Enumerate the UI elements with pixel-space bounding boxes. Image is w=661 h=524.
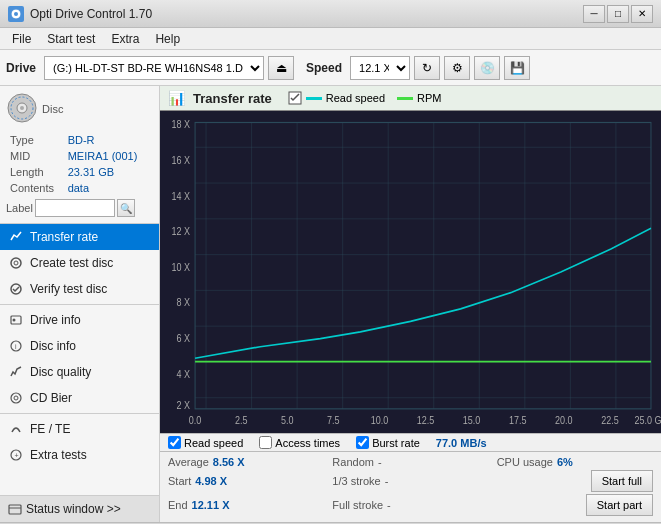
svg-text:4 X: 4 X bbox=[177, 368, 191, 380]
nav-drive-info[interactable]: Drive info bbox=[0, 307, 159, 333]
nav-section: Transfer rate Create test disc Verify te… bbox=[0, 224, 159, 495]
minimize-button[interactable]: ─ bbox=[583, 5, 605, 23]
left-panel: Disc Type BD-R MID MEIRA1 (001) Length 2… bbox=[0, 86, 160, 522]
disc-info-icon: i bbox=[8, 338, 24, 354]
start-part-button[interactable]: Start part bbox=[586, 494, 653, 516]
svg-point-10 bbox=[13, 319, 16, 322]
full-stroke-value: - bbox=[387, 499, 391, 511]
svg-rect-21 bbox=[195, 123, 651, 409]
type-label: Type bbox=[8, 133, 64, 147]
start-value: 4.98 X bbox=[195, 475, 227, 487]
svg-point-1 bbox=[14, 12, 18, 16]
nav-transfer-rate[interactable]: Transfer rate bbox=[0, 224, 159, 250]
media-button[interactable]: 💿 bbox=[474, 56, 500, 80]
stats-area: Average 8.56 X Random - CPU usage 6% Sta… bbox=[160, 451, 661, 522]
toolbar: Drive (G:) HL-DT-ST BD-RE WH16NS48 1.D3 … bbox=[0, 50, 661, 86]
app-icon bbox=[8, 6, 24, 22]
read-speed-checkbox[interactable] bbox=[168, 436, 181, 449]
start-full-button[interactable]: Start full bbox=[591, 470, 653, 492]
refresh-button[interactable]: ↻ bbox=[414, 56, 440, 80]
random-label: Random bbox=[332, 456, 374, 468]
burst-rate-checkbox-label[interactable]: Burst rate bbox=[356, 436, 420, 449]
maximize-button[interactable]: □ bbox=[607, 5, 629, 23]
label-input[interactable] bbox=[35, 199, 115, 217]
start-label: Start bbox=[168, 475, 191, 487]
extra-tests-icon: + bbox=[8, 447, 24, 463]
end-value: 12.11 X bbox=[192, 499, 230, 511]
close-button[interactable]: ✕ bbox=[631, 5, 653, 23]
disc-section: Disc Type BD-R MID MEIRA1 (001) Length 2… bbox=[0, 86, 159, 224]
svg-text:5.0: 5.0 bbox=[281, 414, 294, 426]
save-button[interactable]: 💾 bbox=[504, 56, 530, 80]
nav-disc-info[interactable]: i Disc info bbox=[0, 333, 159, 359]
settings-button[interactable]: ⚙ bbox=[444, 56, 470, 80]
svg-text:12 X: 12 X bbox=[172, 226, 191, 238]
cpu-usage-value: 6% bbox=[557, 456, 573, 468]
nav-cd-bier[interactable]: CD Bier bbox=[0, 385, 159, 411]
svg-text:10.0: 10.0 bbox=[371, 414, 389, 426]
average-label: Average bbox=[168, 456, 209, 468]
nav-disc-quality[interactable]: Disc quality bbox=[0, 359, 159, 385]
burst-rate-value: 77.0 MB/s bbox=[436, 437, 487, 449]
label-search-button[interactable]: 🔍 bbox=[117, 199, 135, 217]
right-panel: 📊 Transfer rate Read speed RPM bbox=[160, 86, 661, 522]
checkbox-row: Read speed Access times Burst rate 77.0 … bbox=[160, 433, 661, 451]
svg-text:8 X: 8 X bbox=[177, 297, 191, 309]
svg-text:7.5: 7.5 bbox=[327, 414, 340, 426]
nav-extra-tests[interactable]: + Extra tests bbox=[0, 442, 159, 468]
svg-text:16 X: 16 X bbox=[172, 154, 191, 166]
svg-text:22.5: 22.5 bbox=[601, 414, 619, 426]
menu-file[interactable]: File bbox=[4, 30, 39, 48]
svg-text:12.5: 12.5 bbox=[417, 414, 435, 426]
disc-info-table: Type BD-R MID MEIRA1 (001) Length 23.31 … bbox=[6, 131, 153, 197]
fe-te-icon bbox=[8, 421, 24, 437]
average-value: 8.56 X bbox=[213, 456, 245, 468]
drive-select[interactable]: (G:) HL-DT-ST BD-RE WH16NS48 1.D3 bbox=[44, 56, 264, 80]
svg-text:2.5: 2.5 bbox=[235, 414, 248, 426]
access-times-checkbox-label[interactable]: Access times bbox=[259, 436, 340, 449]
length-label: Length bbox=[8, 165, 64, 179]
svg-text:+: + bbox=[15, 452, 19, 459]
nav-verify-test-disc[interactable]: Verify test disc bbox=[0, 276, 159, 302]
contents-value: data bbox=[66, 181, 151, 195]
chart-title: Transfer rate bbox=[193, 91, 272, 106]
speed-select[interactable]: 12.1 X bbox=[350, 56, 410, 80]
type-value: BD-R bbox=[66, 133, 151, 147]
svg-text:0.0: 0.0 bbox=[189, 414, 202, 426]
menu-bar: File Start test Extra Help bbox=[0, 28, 661, 50]
svg-rect-17 bbox=[9, 505, 21, 514]
status-window-icon bbox=[8, 502, 22, 516]
svg-text:15.0: 15.0 bbox=[463, 414, 481, 426]
svg-text:18 X: 18 X bbox=[172, 119, 191, 131]
svg-text:2 X: 2 X bbox=[177, 399, 191, 411]
svg-text:14 X: 14 X bbox=[172, 190, 191, 202]
svg-text:i: i bbox=[15, 343, 17, 350]
label-label: Label bbox=[6, 202, 33, 214]
disc-icon bbox=[6, 92, 38, 127]
menu-help[interactable]: Help bbox=[147, 30, 188, 48]
svg-text:20.0: 20.0 bbox=[555, 414, 573, 426]
burst-rate-checkbox[interactable] bbox=[356, 436, 369, 449]
status-window-button[interactable]: Status window >> bbox=[0, 495, 159, 522]
chart-icon: 📊 bbox=[168, 90, 185, 106]
mid-label: MID bbox=[8, 149, 64, 163]
nav-create-test-disc[interactable]: Create test disc bbox=[0, 250, 159, 276]
drive-info-icon bbox=[8, 312, 24, 328]
chart-svg: 18 X 16 X 14 X 12 X 10 X 8 X 6 X 4 X 2 X… bbox=[160, 111, 661, 433]
verify-test-disc-icon bbox=[8, 281, 24, 297]
svg-point-4 bbox=[20, 106, 24, 110]
rpm-legend-label: RPM bbox=[417, 92, 441, 104]
chart-legend: Read speed RPM bbox=[288, 91, 442, 105]
nav-fe-te[interactable]: FE / TE bbox=[0, 416, 159, 442]
read-speed-checkbox-label[interactable]: Read speed bbox=[168, 436, 243, 449]
title-bar: Opti Drive Control 1.70 ─ □ ✕ bbox=[0, 0, 661, 28]
label-row: Label 🔍 bbox=[6, 199, 153, 217]
app-title: Opti Drive Control 1.70 bbox=[30, 7, 152, 21]
stroke-value: - bbox=[385, 475, 389, 487]
random-value: - bbox=[378, 456, 382, 468]
access-times-checkbox[interactable] bbox=[259, 436, 272, 449]
menu-start-test[interactable]: Start test bbox=[39, 30, 103, 48]
chart-header: 📊 Transfer rate Read speed RPM bbox=[160, 86, 661, 111]
eject-button[interactable]: ⏏ bbox=[268, 56, 294, 80]
menu-extra[interactable]: Extra bbox=[103, 30, 147, 48]
